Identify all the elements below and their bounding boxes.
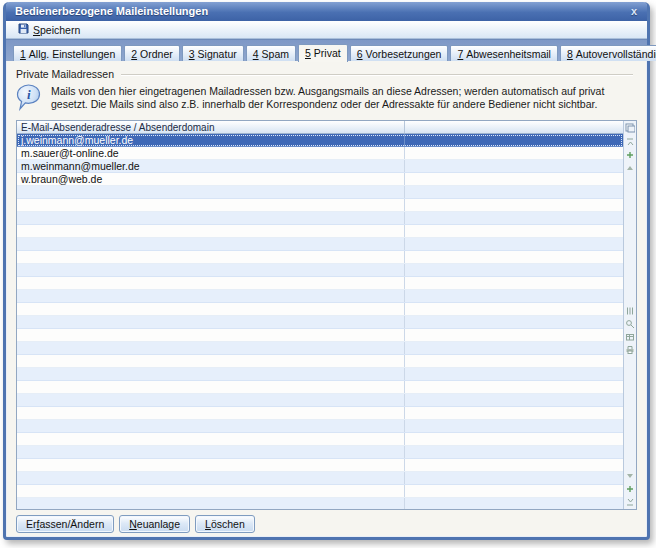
email-cell <box>17 290 405 302</box>
email-cell <box>17 446 405 458</box>
tab-abwesenheitsmail[interactable]: 7Abwesenheitsmail <box>450 45 557 61</box>
tab-panel-privat: Private Mailadressen i Mails von den hie… <box>6 61 647 537</box>
email-cell <box>17 303 405 315</box>
table-row[interactable] <box>17 212 623 225</box>
table-row[interactable] <box>17 277 623 290</box>
toolbar: Speichern <box>6 21 647 39</box>
table-row[interactable] <box>17 446 623 459</box>
strip-group-top <box>625 136 636 173</box>
email-address-grid: E-Mail-Absenderadresse / Absenderdomain … <box>16 120 637 510</box>
tab-allg-einstellungen[interactable]: 1Allg. Einstellungen <box>13 45 122 61</box>
email-cell <box>17 199 405 211</box>
email-cell: j.weinmann@mueller.de <box>17 134 405 146</box>
scroll-up-icon[interactable] <box>625 162 636 173</box>
table-row[interactable] <box>17 407 623 420</box>
export-icon[interactable] <box>625 331 636 342</box>
table-row[interactable] <box>17 368 623 381</box>
table-row[interactable] <box>17 381 623 394</box>
email-cell <box>17 407 405 419</box>
strip-group-middle <box>625 305 636 355</box>
email-cell <box>17 277 405 289</box>
email-cell: w.braun@web.de <box>17 173 405 185</box>
speichern-label: Speichern <box>33 24 80 36</box>
email-cell: m.weinmann@mueller.de <box>17 160 405 172</box>
email-cell <box>17 433 405 445</box>
tab-signatur[interactable]: 3Signatur <box>182 45 244 61</box>
erfassen-aendern-button[interactable]: Erfassen/Ändern <box>16 515 114 533</box>
table-row[interactable]: j.weinmann@mueller.de <box>17 134 623 147</box>
add-row-icon[interactable] <box>625 483 636 494</box>
tab-bar: 1Allg. Einstellungen2Ordner3Signatur4Spa… <box>6 39 647 61</box>
grid-side-strip <box>623 121 636 509</box>
window-title: Bedienerbezogene Maileinstellungen <box>15 5 208 17</box>
table-body: j.weinmann@mueller.dem.sauer@t-online.de… <box>17 134 623 509</box>
table-row[interactable] <box>17 472 623 485</box>
email-cell <box>17 264 405 276</box>
table-row[interactable] <box>17 433 623 446</box>
email-cell <box>17 381 405 393</box>
speichern-button[interactable]: Speichern <box>13 21 85 38</box>
table-row[interactable] <box>17 420 623 433</box>
info-panel: i Mails von den hier eingetragenen Maila… <box>16 83 637 115</box>
email-cell: m.sauer@t-online.de <box>17 147 405 159</box>
email-cell <box>17 485 405 497</box>
table-row[interactable] <box>17 290 623 303</box>
table-row[interactable] <box>17 225 623 238</box>
titlebar[interactable]: Bedienerbezogene Maileinstellungen x <box>6 2 647 21</box>
email-cell <box>17 368 405 380</box>
email-cell <box>17 329 405 341</box>
loeschen-button[interactable]: Löschen <box>195 515 255 533</box>
close-icon[interactable]: x <box>631 2 637 21</box>
add-icon[interactable] <box>625 149 636 160</box>
tab-privat[interactable]: 5Privat <box>298 44 348 62</box>
table-row[interactable] <box>17 355 623 368</box>
action-buttons: Erfassen/ÄndernNeuanlageLöschen <box>16 515 637 533</box>
email-cell <box>17 394 405 406</box>
table-row[interactable] <box>17 264 623 277</box>
save-disk-icon <box>18 23 29 36</box>
email-cell <box>17 420 405 432</box>
table-row[interactable]: w.braun@web.de <box>17 173 623 186</box>
table-row[interactable]: m.sauer@t-online.de <box>17 147 623 160</box>
scroll-down-icon[interactable] <box>625 470 636 481</box>
search-icon[interactable] <box>625 318 636 329</box>
column-header-email[interactable]: E-Mail-Absenderadresse / Absenderdomain <box>17 121 405 133</box>
svg-text:i: i <box>27 87 31 102</box>
email-cell <box>17 186 405 198</box>
info-text: Mails von den hier eingetragenen Mailadr… <box>51 83 604 115</box>
tab-vorbesetzungen[interactable]: 6Vorbesetzungen <box>350 45 449 61</box>
table-row[interactable] <box>17 342 623 355</box>
table-row[interactable] <box>17 498 623 509</box>
tab-ordner[interactable]: 2Ordner <box>124 45 180 61</box>
table-row[interactable]: m.weinmann@mueller.de <box>17 160 623 173</box>
table-row[interactable] <box>17 329 623 342</box>
groupbox-divider <box>121 74 633 75</box>
table-row[interactable] <box>17 394 623 407</box>
email-cell <box>17 212 405 224</box>
table-row[interactable] <box>17 199 623 212</box>
dialog-window: Bedienerbezogene Maileinstellungen x Spe… <box>3 2 650 540</box>
info-balloon-icon: i <box>16 83 42 115</box>
print-icon[interactable] <box>625 344 636 355</box>
table-row[interactable] <box>17 303 623 316</box>
table-row[interactable] <box>17 186 623 199</box>
groupbox-header: Private Mailadressen <box>16 68 637 80</box>
email-cell <box>17 498 405 509</box>
table-row[interactable] <box>17 251 623 264</box>
email-cell <box>17 342 405 354</box>
grid-settings-icon[interactable] <box>625 122 636 133</box>
email-cell <box>17 472 405 484</box>
scroll-bottom-icon[interactable] <box>625 496 636 507</box>
scroll-top-icon[interactable] <box>625 136 636 147</box>
strip-group-bottom <box>625 470 636 507</box>
table-row[interactable] <box>17 238 623 251</box>
neuanlage-button[interactable]: Neuanlage <box>119 515 190 533</box>
table-row[interactable] <box>17 485 623 498</box>
email-cell <box>17 316 405 328</box>
columns-icon[interactable] <box>625 305 636 316</box>
tab-autovervollständigung[interactable]: 8Autovervollständigung <box>560 45 656 61</box>
tab-spam[interactable]: 4Spam <box>246 45 296 61</box>
grid-header[interactable]: E-Mail-Absenderadresse / Absenderdomain <box>17 121 623 134</box>
table-row[interactable] <box>17 459 623 472</box>
table-row[interactable] <box>17 316 623 329</box>
